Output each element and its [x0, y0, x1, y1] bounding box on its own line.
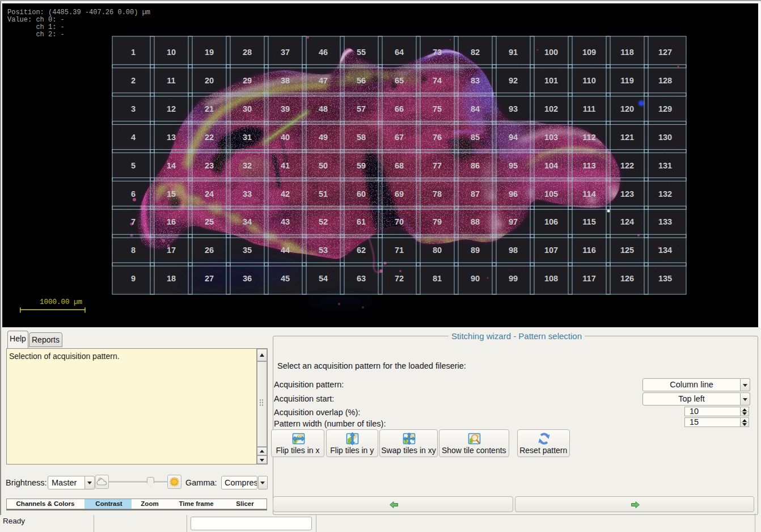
svg-text:13: 13 [167, 133, 176, 142]
svg-text:113: 113 [582, 161, 595, 170]
svg-text:39: 39 [281, 104, 290, 113]
svg-text:92: 92 [509, 76, 518, 85]
svg-text:18: 18 [167, 274, 176, 283]
svg-text:66: 66 [395, 104, 404, 113]
svg-text:23: 23 [205, 161, 214, 170]
svg-text:69: 69 [395, 189, 404, 199]
svg-text:77: 77 [433, 161, 442, 170]
svg-text:127: 127 [658, 48, 672, 57]
svg-text:1: 1 [131, 48, 136, 57]
svg-text:133: 133 [658, 217, 672, 226]
svg-text:61: 61 [357, 217, 366, 226]
svg-text:103: 103 [544, 133, 558, 142]
svg-text:104: 104 [544, 161, 558, 170]
svg-text:30: 30 [243, 104, 252, 113]
svg-text:7: 7 [131, 217, 136, 226]
svg-text:97: 97 [509, 217, 518, 226]
svg-text:47: 47 [319, 76, 328, 85]
svg-text:20: 20 [205, 76, 214, 85]
svg-text:52: 52 [319, 217, 328, 226]
svg-text:5: 5 [131, 161, 136, 170]
svg-text:59: 59 [357, 161, 366, 170]
svg-text:130: 130 [658, 133, 672, 142]
svg-text:98: 98 [509, 246, 518, 255]
svg-text:131: 131 [658, 161, 672, 170]
svg-text:40: 40 [281, 133, 290, 142]
svg-text:54: 54 [319, 274, 328, 283]
svg-text:25: 25 [205, 217, 214, 226]
svg-text:11: 11 [167, 76, 175, 85]
svg-text:88: 88 [471, 217, 480, 226]
svg-text:31: 31 [243, 133, 252, 142]
svg-text:29: 29 [243, 76, 252, 85]
svg-text:6: 6 [131, 189, 136, 199]
svg-text:44: 44 [281, 246, 290, 255]
svg-text:35: 35 [243, 246, 252, 255]
svg-text:12: 12 [167, 104, 176, 113]
svg-text:134: 134 [658, 246, 672, 255]
svg-text:Position: (4485.39 -407.26 0.0: Position: (4485.39 -407.26 0.00) µm [7, 9, 150, 16]
svg-text:129: 129 [658, 104, 672, 113]
svg-text:55: 55 [357, 48, 366, 57]
svg-text:3: 3 [131, 104, 136, 113]
svg-text:120: 120 [620, 104, 634, 113]
svg-text:21: 21 [205, 104, 214, 113]
svg-text:Value: ch 0: -: Value: ch 0: - [7, 16, 65, 24]
svg-text:67: 67 [395, 133, 404, 142]
svg-text:63: 63 [357, 274, 366, 283]
svg-text:100: 100 [544, 48, 558, 57]
svg-text:16: 16 [167, 217, 176, 226]
svg-text:87: 87 [471, 189, 480, 199]
svg-text:41: 41 [281, 161, 290, 170]
svg-text:32: 32 [243, 161, 252, 170]
svg-text:82: 82 [471, 48, 480, 57]
svg-text:34: 34 [243, 217, 252, 226]
svg-text:8: 8 [131, 246, 136, 255]
svg-text:33: 33 [243, 189, 252, 199]
svg-text:28: 28 [243, 48, 252, 57]
svg-text:24: 24 [205, 189, 214, 199]
svg-text:22: 22 [205, 133, 214, 142]
svg-text:ch 1: -: ch 1: - [7, 23, 65, 31]
svg-text:102: 102 [544, 104, 558, 113]
svg-text:68: 68 [395, 161, 404, 170]
svg-text:114: 114 [582, 189, 595, 199]
svg-text:110: 110 [582, 76, 595, 85]
svg-text:45: 45 [281, 274, 290, 283]
svg-text:90: 90 [471, 274, 480, 283]
svg-text:53: 53 [319, 246, 328, 255]
svg-text:17: 17 [167, 246, 176, 255]
svg-text:111: 111 [583, 104, 596, 113]
svg-text:4: 4 [131, 133, 136, 142]
svg-text:38: 38 [281, 76, 290, 85]
svg-text:123: 123 [620, 189, 634, 199]
svg-text:56: 56 [357, 76, 366, 85]
svg-text:48: 48 [319, 104, 328, 113]
svg-text:64: 64 [395, 48, 404, 57]
svg-text:42: 42 [281, 189, 290, 199]
svg-text:ch 2: -: ch 2: - [7, 31, 65, 39]
svg-text:107: 107 [544, 246, 558, 255]
svg-text:96: 96 [509, 189, 518, 199]
svg-text:126: 126 [620, 274, 634, 283]
svg-text:81: 81 [433, 274, 442, 283]
svg-text:74: 74 [433, 76, 442, 85]
svg-text:71: 71 [395, 246, 404, 255]
svg-text:106: 106 [544, 217, 558, 226]
svg-text:60: 60 [357, 189, 366, 199]
svg-text:14: 14 [167, 161, 176, 170]
svg-text:84: 84 [471, 104, 480, 113]
svg-text:76: 76 [433, 133, 442, 142]
svg-text:101: 101 [544, 76, 558, 85]
svg-text:116: 116 [582, 246, 595, 255]
svg-text:94: 94 [509, 133, 518, 142]
svg-text:121: 121 [620, 133, 634, 142]
svg-text:132: 132 [658, 189, 672, 199]
svg-text:78: 78 [433, 189, 442, 199]
svg-text:75: 75 [433, 104, 442, 113]
svg-text:57: 57 [357, 104, 366, 113]
svg-text:112: 112 [582, 133, 595, 142]
svg-text:58: 58 [357, 133, 366, 142]
svg-text:37: 37 [281, 48, 290, 57]
svg-text:73: 73 [433, 48, 442, 57]
